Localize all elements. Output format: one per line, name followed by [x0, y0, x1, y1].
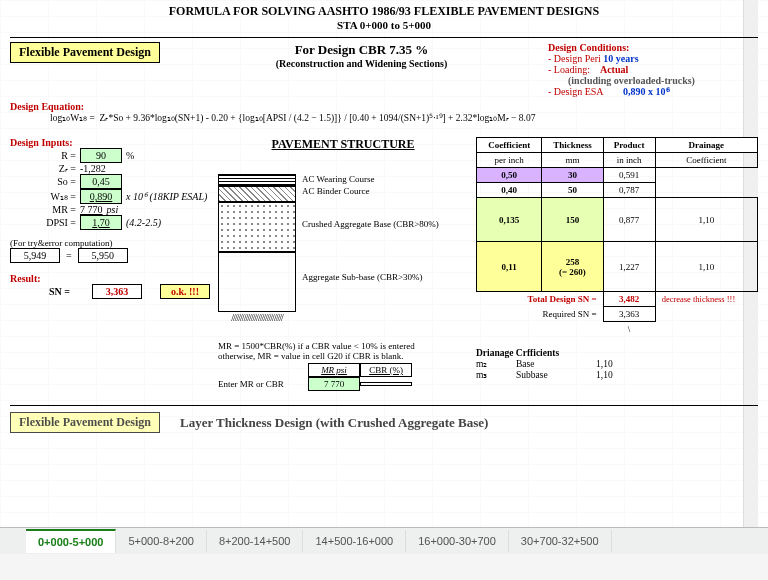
page-subtitle: STA 0+000 to 5+000	[10, 19, 758, 31]
sn-status: o.k. !!!	[160, 284, 210, 299]
worksheet: FORMULA FOR SOLVING AASHTO 1986/93 FLEXI…	[0, 0, 768, 554]
section-box-flexible: Flexible Pavement Design	[10, 42, 160, 63]
table-row: 0,50 30 0,591	[477, 168, 758, 183]
cond-esal-value: 0,890 x 10⁶	[623, 86, 670, 97]
ground-hatch: /////////////////////////////	[218, 312, 296, 323]
cbr-enter-value[interactable]	[360, 382, 412, 386]
try-label: (For try&error computation)	[10, 238, 210, 248]
structure-title: PAVEMENT STRUCTURE	[218, 137, 468, 152]
table-row: 0,40 50 0,787	[477, 183, 758, 198]
m3-value: 1,10	[596, 370, 613, 380]
section-title-2: Layer Thickness Design (with Crushed Agg…	[180, 415, 488, 431]
th2-coef: per inch	[477, 153, 542, 168]
table-row: 0,11 258 (= 260) 1,227 1,10	[477, 242, 758, 292]
mr-enter-value[interactable]: 7 770	[308, 377, 360, 391]
eq-label: Design Equation:	[10, 101, 84, 112]
r-value[interactable]: 90	[80, 148, 122, 163]
result-label: Result:	[10, 273, 210, 284]
layer-graphic-sub	[218, 252, 296, 312]
section-box-2: Flexible Pavement Design	[10, 412, 160, 433]
layer-label-1: AC Wearing Course	[302, 174, 468, 186]
th2-thick: mm	[542, 153, 603, 168]
layer-graphic-ac2	[218, 186, 296, 202]
mr-col1: MR psi	[308, 363, 360, 377]
dpsi-value[interactable]: 1,70	[80, 215, 122, 230]
req-label: Required SN =	[477, 307, 604, 322]
req-value: 3,363	[603, 307, 655, 322]
w18-value[interactable]: 0,890	[80, 189, 122, 204]
eq-rhs: Zᵣ*So + 9.36*log₁₀(SN+1) - 0.20 + {log₁₀…	[100, 112, 536, 123]
tab-3[interactable]: 14+500-16+000	[303, 530, 406, 552]
m2-label: m₂	[476, 358, 496, 369]
so-label: So =	[10, 176, 80, 187]
design-cbr-title: For Design CBR 7.35 %	[175, 42, 548, 58]
m2-desc: Base	[516, 359, 576, 369]
dpsi-unit: (4.2-2.5)	[126, 217, 161, 228]
th2-drain: Coefficient	[655, 153, 757, 168]
section-note: (Reconstruction and Widening Sections)	[175, 58, 548, 69]
mr-value: 7 770	[80, 204, 103, 215]
tab-4[interactable]: 16+000-30+700	[406, 530, 509, 552]
zr-value: -1,282	[80, 163, 106, 174]
m3-desc: Subbase	[516, 370, 576, 380]
th2-prod: in inch	[603, 153, 655, 168]
cond-loading-value: Actual	[600, 64, 628, 75]
eq-lhs: log₁₀W₁₈ =	[50, 112, 95, 123]
th-coef: Coefficient	[477, 138, 542, 153]
cond-loading-note: (including overloaded-trucks)	[548, 75, 758, 86]
cond-period-label: - Design Peri	[548, 53, 601, 64]
layer-graphic-base	[218, 202, 296, 252]
zr-label: Zᵣ =	[10, 163, 80, 174]
cond-period-value: 10 years	[603, 53, 638, 64]
mr-enter-label: Enter MR or CBR	[218, 379, 308, 389]
w18-unit: x 10⁶ (18KIP ESAL)	[126, 191, 207, 202]
mr-unit: psi	[107, 204, 119, 215]
inputs-title: Design Inputs:	[10, 137, 210, 148]
r-label: R =	[10, 150, 80, 161]
structure-table: Coefficient Thickness Product Drainage p…	[476, 137, 758, 336]
th-thick: Thickness	[542, 138, 603, 153]
dpsi-label: DPSI =	[10, 217, 80, 228]
m3-label: m₃	[476, 369, 496, 380]
layer-label-4: Aggregate Sub-base (CBR>30%)	[302, 248, 468, 306]
tab-1[interactable]: 5+000-8+200	[116, 530, 206, 552]
layer-graphic-ac1	[218, 174, 296, 186]
r-unit: %	[126, 150, 134, 161]
sn-label: SN =	[10, 286, 74, 297]
tab-0[interactable]: 0+000-5+000	[26, 529, 116, 553]
total-note: decrease thickness !!!	[655, 292, 757, 307]
slash: \	[603, 322, 655, 337]
try-a: 5,949	[10, 248, 60, 263]
th-prod: Product	[603, 138, 655, 153]
mr-label: MR =	[10, 204, 80, 215]
divider	[10, 37, 758, 38]
conditions-title: Design Conditions:	[548, 42, 758, 53]
total-value: 3,482	[603, 292, 655, 307]
cond-esal-label: - Design ESA	[548, 86, 603, 97]
drain-title: Drianage Crfficients	[476, 348, 758, 358]
layer-label-3: Crushed Aggregate Base (CBR>80%)	[302, 200, 468, 248]
cond-loading-label: - Loading:	[548, 64, 590, 75]
mr-note2: otherwise, MR = value in cell G20 if CBR…	[218, 351, 468, 361]
layer-label-2: AC Binder Cource	[302, 186, 468, 200]
mr-note1: MR = 1500*CBR(%) if a CBR value < 10% is…	[218, 341, 468, 351]
total-label: Total Design SN =	[477, 292, 604, 307]
table-row: 0,135 150 0,877 1,10	[477, 198, 758, 242]
so-value[interactable]: 0,45	[80, 174, 122, 189]
page-title: FORMULA FOR SOLVING AASHTO 1986/93 FLEXI…	[10, 4, 758, 19]
mr-col2: CBR (%)	[360, 363, 412, 377]
sn-value: 3,363	[92, 284, 142, 299]
m2-value: 1,10	[596, 359, 613, 369]
try-b: 5,950	[78, 248, 128, 263]
tab-5[interactable]: 30+700-32+500	[509, 530, 612, 552]
tab-2[interactable]: 8+200-14+500	[207, 530, 304, 552]
divider	[10, 405, 758, 406]
th-drain: Drainage	[655, 138, 757, 153]
sheet-tabs: 0+000-5+000 5+000-8+200 8+200-14+500 14+…	[0, 527, 768, 554]
w18-label: W₁₈ =	[10, 191, 80, 202]
